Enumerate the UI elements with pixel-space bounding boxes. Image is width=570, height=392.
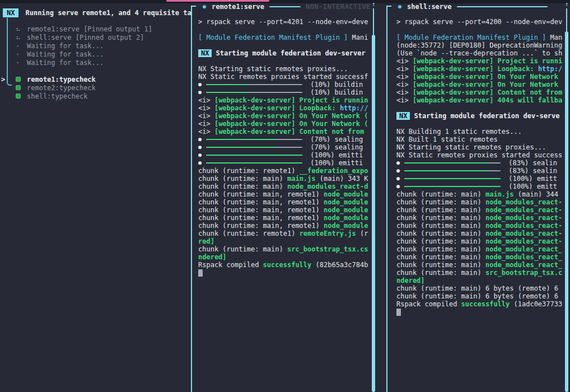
scrollbar[interactable]: ↑ bbox=[371, 1, 376, 392]
terminal-line: chunk (runtime: main) main.js (main) 343… bbox=[198, 175, 370, 183]
progress-text: (100%) emitt bbox=[504, 183, 557, 190]
text-segment: (Use `node --trace-deprecation ...` to s… bbox=[396, 49, 562, 57]
text-segment: ndered] bbox=[198, 253, 227, 261]
text-segment: main.js bbox=[485, 190, 514, 198]
text-segment: ndered] bbox=[396, 277, 425, 284]
text-segment: Man bbox=[546, 34, 562, 41]
text-segment: chunk (runtime: main) 6 bytes (remote) 6 bbox=[396, 284, 558, 292]
task-item[interactable]: ⠦remote1:serve [Pinned output 1] bbox=[0, 25, 191, 34]
terminal-line: ● (100%) emitti bbox=[198, 159, 370, 167]
task-label: Waiting for task... bbox=[27, 59, 104, 67]
terminal-pane-shell-serve[interactable]: ● shell:serve > rspack serve --port=4200… bbox=[386, 0, 570, 392]
scrollbar-track[interactable] bbox=[373, 8, 374, 35]
terminal-line: <i> [webpack-dev-server] Project is runn… bbox=[396, 57, 562, 65]
task-item[interactable]: ⠦shell:serve [Pinned output 2] bbox=[0, 34, 191, 42]
pane-header: ● shell:serve bbox=[386, 2, 561, 11]
terminal-line: chunk (runtime: main) 6 bytes (remote) 6 bbox=[396, 292, 562, 300]
task-item[interactable]: ·Waiting for task... bbox=[0, 42, 191, 50]
scrollbar-thumb[interactable] bbox=[372, 35, 375, 392]
terminal-line: <i> [webpack-dev-server] Content not fro… bbox=[396, 88, 562, 96]
terminal-pane-remote1-serve[interactable]: ● remote1:serve NON-INTERACTIVE > rspack… bbox=[191, 0, 386, 392]
text-segment: node_module bbox=[324, 222, 368, 230]
square-icon bbox=[16, 76, 27, 84]
terminal-line: ● (83%) sealin bbox=[396, 159, 562, 167]
scrollbar-track[interactable] bbox=[566, 8, 567, 31]
terminal-line: chunk (runtime: main) node_modules_react… bbox=[396, 245, 562, 253]
scrollbar[interactable]: ↑ bbox=[564, 1, 569, 392]
progress-bar-fill bbox=[206, 162, 302, 164]
text-segment: [webpack-dev-server] 404s will fallba bbox=[413, 96, 562, 104]
nx-badge: NX bbox=[396, 112, 410, 120]
text-segment: [webpack-dev-server] Content not from bbox=[214, 128, 364, 136]
progress-bar-fill bbox=[404, 178, 501, 179]
task-item[interactable]: >remote1:typecheck bbox=[0, 76, 191, 84]
terminal-line: NX Static remotes proxies started succes… bbox=[198, 73, 370, 81]
terminal-line bbox=[198, 269, 370, 277]
terminal-line: (node:35772) [DEP0180] DeprecationWarnin… bbox=[396, 41, 562, 49]
progress-bullet-icon: ● bbox=[396, 183, 404, 190]
text-segment: <i> bbox=[396, 81, 413, 88]
progress-bar bbox=[404, 186, 501, 187]
progress-text: (70%) sealing bbox=[306, 143, 363, 151]
terminal-line: ndered] bbox=[396, 277, 562, 284]
text-segment: <i> bbox=[396, 65, 413, 73]
terminal-line: NX Building 1 static remotes... bbox=[396, 128, 562, 136]
text-segment: node_modules_react_ bbox=[485, 253, 562, 261]
text-segment: (node:35772) [DEP0180] DeprecationWarnin… bbox=[396, 41, 562, 49]
terminal-line: chunk (runtime: main) node_modules_react… bbox=[396, 237, 562, 245]
task-item[interactable]: ·Waiting for task... bbox=[0, 50, 191, 59]
text-segment: <i> bbox=[198, 128, 214, 136]
text-segment: [webpack-dev-server] Project is runnin bbox=[214, 96, 368, 104]
text-segment: [ Module Federation Manifest Plugin ] bbox=[396, 34, 546, 41]
terminal-line: chunk (runtime: main) src_bootstrap_tsx.… bbox=[198, 245, 370, 253]
terminal-line: chunk (runtime: main) node_modules_react… bbox=[198, 183, 370, 190]
scroll-up-icon[interactable]: ↑ bbox=[564, 1, 569, 8]
task-selector: > bbox=[0, 76, 16, 84]
task-list-panel[interactable]: NX Running serve remote1, and 4 requisit… bbox=[0, 0, 191, 392]
terminal-line: chunk (runtime: main, remote1) node_modu… bbox=[198, 190, 370, 198]
task-label: Waiting for task... bbox=[27, 50, 104, 59]
text-segment: <i> bbox=[396, 73, 413, 81]
scrollbar-thumb[interactable] bbox=[565, 31, 568, 392]
task-item[interactable]: remote2:typecheck bbox=[0, 84, 191, 92]
task-label: Waiting for task... bbox=[27, 42, 104, 50]
terminal-line: chunk (runtime: remote1) __federation_ex… bbox=[198, 167, 370, 175]
task-item[interactable]: shell:typecheck bbox=[0, 92, 191, 101]
progress-bullet-icon: ● bbox=[198, 81, 206, 88]
terminal-line: chunk (runtime: main) node_modules_react… bbox=[396, 198, 562, 206]
text-segment: <i> bbox=[198, 120, 214, 128]
terminal-line: <i> [webpack-dev-server] Loopback: http:… bbox=[198, 104, 370, 112]
scroll-up-icon[interactable]: ↑ bbox=[371, 1, 376, 8]
terminal-line: <i> [webpack-dev-server] On Your Network bbox=[396, 81, 562, 88]
task-status-square-icon bbox=[16, 94, 21, 99]
progress-text: (100%) emitti bbox=[306, 159, 363, 167]
terminal-line: chunk (runtime: main) node_modules_react… bbox=[396, 214, 562, 222]
progress-bar bbox=[404, 162, 501, 164]
progress-bar bbox=[206, 139, 302, 140]
status-bullet-icon: ● bbox=[398, 3, 401, 10]
text-segment: __federation_expo bbox=[300, 167, 368, 175]
text-segment: chunk (runtime: main) bbox=[396, 230, 485, 237]
progress-text: (83%) sealin bbox=[504, 159, 557, 167]
terminal-output: > rspack serve --port=4200 --node-env=de… bbox=[396, 18, 562, 316]
terminal-line: chunk (runtime: main, remote1) node_modu… bbox=[198, 198, 370, 206]
task-status-square-icon bbox=[16, 77, 21, 82]
text-segment: node_module bbox=[324, 190, 368, 198]
text-segment: Mani bbox=[348, 34, 368, 41]
terminal-line: chunk (runtime: main, remote1) node_modu… bbox=[198, 214, 370, 222]
terminal-line: ● (100%) emitt bbox=[396, 175, 562, 183]
progress-bar-fill bbox=[206, 147, 275, 148]
terminal-line: chunk (runtime: remote1) remoteEntry.js … bbox=[198, 230, 370, 237]
task-label: shell:serve [Pinned output 2] bbox=[27, 34, 144, 42]
terminal-line: red] bbox=[198, 237, 370, 245]
text-segment: node_module bbox=[324, 214, 368, 222]
text-segment: red] bbox=[198, 237, 214, 245]
progress-bar bbox=[404, 170, 501, 171]
task-item[interactable]: ·Waiting for task... bbox=[0, 59, 191, 67]
text-segment: [webpack-dev-server] On Your Network ( bbox=[214, 112, 368, 120]
terminal-line: Rspack compiled successfully (82b65a3c78… bbox=[198, 261, 370, 269]
terminal-line: ndered] bbox=[198, 253, 370, 261]
header-rule bbox=[269, 6, 301, 7]
text-segment: chunk (runtime: main) bbox=[198, 175, 287, 183]
progress-bar bbox=[206, 162, 302, 164]
